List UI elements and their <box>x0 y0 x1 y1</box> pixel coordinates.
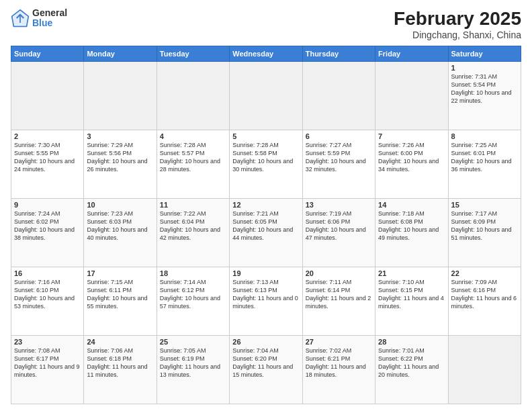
calendar-cell: 15Sunrise: 7:17 AM Sunset: 6:09 PM Dayli… <box>448 199 521 267</box>
day-info: Sunrise: 7:25 AM Sunset: 6:01 PM Dayligh… <box>451 141 518 174</box>
calendar-cell: 19Sunrise: 7:13 AM Sunset: 6:13 PM Dayli… <box>230 267 302 336</box>
calendar-cell: 13Sunrise: 7:19 AM Sunset: 6:06 PM Dayli… <box>302 199 375 267</box>
calendar-body: 1Sunrise: 7:31 AM Sunset: 5:54 PM Daylig… <box>11 62 521 404</box>
day-number: 14 <box>378 201 445 209</box>
day-info: Sunrise: 7:19 AM Sunset: 6:06 PM Dayligh… <box>306 210 372 242</box>
day-number: 12 <box>232 201 299 209</box>
day-number: 11 <box>160 201 226 209</box>
weekday-header-tuesday: Tuesday <box>157 46 229 62</box>
day-info: Sunrise: 7:13 AM Sunset: 6:13 PM Dayligh… <box>232 278 299 311</box>
day-number: 4 <box>160 132 226 140</box>
day-info: Sunrise: 7:05 AM Sunset: 6:19 PM Dayligh… <box>160 347 226 379</box>
calendar-cell: 22Sunrise: 7:09 AM Sunset: 6:16 PM Dayli… <box>448 267 521 336</box>
day-info: Sunrise: 7:29 AM Sunset: 5:56 PM Dayligh… <box>87 141 153 174</box>
week-row-4: 16Sunrise: 7:16 AM Sunset: 6:10 PM Dayli… <box>11 267 521 336</box>
day-info: Sunrise: 7:30 AM Sunset: 5:55 PM Dayligh… <box>14 141 81 174</box>
day-number: 15 <box>451 201 518 209</box>
weekday-header-friday: Friday <box>375 46 448 62</box>
day-number: 27 <box>306 338 372 346</box>
calendar-cell: 24Sunrise: 7:06 AM Sunset: 6:18 PM Dayli… <box>84 336 157 404</box>
day-info: Sunrise: 7:18 AM Sunset: 6:08 PM Dayligh… <box>378 210 445 242</box>
day-info: Sunrise: 7:10 AM Sunset: 6:15 PM Dayligh… <box>378 278 445 311</box>
calendar-cell: 8Sunrise: 7:25 AM Sunset: 6:01 PM Daylig… <box>448 130 521 199</box>
weekday-row: SundayMondayTuesdayWednesdayThursdayFrid… <box>11 46 521 62</box>
day-number: 20 <box>306 269 372 277</box>
calendar-cell: 10Sunrise: 7:23 AM Sunset: 6:03 PM Dayli… <box>84 199 157 267</box>
subtitle: Dingchang, Shanxi, China <box>394 30 521 40</box>
calendar: SundayMondayTuesdayWednesdayThursdayFrid… <box>11 46 521 404</box>
day-info: Sunrise: 7:26 AM Sunset: 6:00 PM Dayligh… <box>378 141 445 174</box>
calendar-cell: 2Sunrise: 7:30 AM Sunset: 5:55 PM Daylig… <box>11 130 84 199</box>
day-info: Sunrise: 7:28 AM Sunset: 5:57 PM Dayligh… <box>160 141 226 174</box>
day-number: 17 <box>87 269 153 277</box>
day-info: Sunrise: 7:11 AM Sunset: 6:14 PM Dayligh… <box>306 278 372 311</box>
calendar-cell: 1Sunrise: 7:31 AM Sunset: 5:54 PM Daylig… <box>448 62 521 130</box>
logo-blue-text: Blue <box>32 18 67 28</box>
logo-icon <box>11 9 30 28</box>
day-number: 21 <box>378 269 445 277</box>
calendar-header: SundayMondayTuesdayWednesdayThursdayFrid… <box>11 46 521 62</box>
weekday-header-wednesday: Wednesday <box>230 46 302 62</box>
calendar-cell: 11Sunrise: 7:22 AM Sunset: 6:04 PM Dayli… <box>157 199 229 267</box>
calendar-cell: 20Sunrise: 7:11 AM Sunset: 6:14 PM Dayli… <box>302 267 375 336</box>
day-number: 19 <box>232 269 299 277</box>
day-number: 16 <box>14 269 81 277</box>
day-info: Sunrise: 7:27 AM Sunset: 5:59 PM Dayligh… <box>306 141 372 174</box>
day-number: 10 <box>87 201 153 209</box>
day-number: 6 <box>306 132 372 140</box>
day-number: 8 <box>451 132 518 140</box>
logo-general-text: General <box>32 8 67 18</box>
calendar-cell: 16Sunrise: 7:16 AM Sunset: 6:10 PM Dayli… <box>11 267 84 336</box>
calendar-cell: 9Sunrise: 7:24 AM Sunset: 6:02 PM Daylig… <box>11 199 84 267</box>
calendar-cell: 4Sunrise: 7:28 AM Sunset: 5:57 PM Daylig… <box>157 130 229 199</box>
day-info: Sunrise: 7:06 AM Sunset: 6:18 PM Dayligh… <box>87 347 153 379</box>
day-info: Sunrise: 7:01 AM Sunset: 6:22 PM Dayligh… <box>378 347 445 379</box>
week-row-1: 1Sunrise: 7:31 AM Sunset: 5:54 PM Daylig… <box>11 62 521 130</box>
week-row-2: 2Sunrise: 7:30 AM Sunset: 5:55 PM Daylig… <box>11 130 521 199</box>
day-info: Sunrise: 7:04 AM Sunset: 6:20 PM Dayligh… <box>232 347 299 379</box>
day-info: Sunrise: 7:22 AM Sunset: 6:04 PM Dayligh… <box>160 210 226 242</box>
day-number: 9 <box>14 201 81 209</box>
day-number: 26 <box>232 338 299 346</box>
main-title: February 2025 <box>394 8 521 30</box>
day-number: 22 <box>451 269 518 277</box>
calendar-cell: 12Sunrise: 7:21 AM Sunset: 6:05 PM Dayli… <box>230 199 302 267</box>
day-info: Sunrise: 7:21 AM Sunset: 6:05 PM Dayligh… <box>232 210 299 242</box>
calendar-cell: 3Sunrise: 7:29 AM Sunset: 5:56 PM Daylig… <box>84 130 157 199</box>
day-number: 28 <box>378 338 445 346</box>
title-block: February 2025 Dingchang, Shanxi, China <box>394 8 521 40</box>
calendar-cell: 28Sunrise: 7:01 AM Sunset: 6:22 PM Dayli… <box>375 336 448 404</box>
weekday-header-sunday: Sunday <box>11 46 84 62</box>
calendar-cell <box>375 62 448 130</box>
calendar-cell: 7Sunrise: 7:26 AM Sunset: 6:00 PM Daylig… <box>375 130 448 199</box>
calendar-cell <box>84 62 157 130</box>
calendar-cell: 14Sunrise: 7:18 AM Sunset: 6:08 PM Dayli… <box>375 199 448 267</box>
calendar-cell: 18Sunrise: 7:14 AM Sunset: 6:12 PM Dayli… <box>157 267 229 336</box>
day-number: 23 <box>14 338 81 346</box>
calendar-cell: 5Sunrise: 7:28 AM Sunset: 5:58 PM Daylig… <box>230 130 302 199</box>
day-info: Sunrise: 7:16 AM Sunset: 6:10 PM Dayligh… <box>14 278 81 311</box>
calendar-cell <box>448 336 521 404</box>
day-number: 24 <box>87 338 153 346</box>
weekday-header-saturday: Saturday <box>448 46 521 62</box>
day-number: 1 <box>451 64 518 72</box>
week-row-3: 9Sunrise: 7:24 AM Sunset: 6:02 PM Daylig… <box>11 199 521 267</box>
header: General Blue February 2025 Dingchang, Sh… <box>11 8 521 40</box>
day-info: Sunrise: 7:15 AM Sunset: 6:11 PM Dayligh… <box>87 278 153 311</box>
day-info: Sunrise: 7:28 AM Sunset: 5:58 PM Dayligh… <box>232 141 299 174</box>
day-info: Sunrise: 7:24 AM Sunset: 6:02 PM Dayligh… <box>14 210 81 242</box>
calendar-cell <box>11 62 84 130</box>
calendar-cell: 23Sunrise: 7:08 AM Sunset: 6:17 PM Dayli… <box>11 336 84 404</box>
day-number: 13 <box>306 201 372 209</box>
calendar-cell <box>302 62 375 130</box>
weekday-header-thursday: Thursday <box>302 46 375 62</box>
day-info: Sunrise: 7:31 AM Sunset: 5:54 PM Dayligh… <box>451 73 518 105</box>
calendar-cell <box>157 62 229 130</box>
logo: General Blue <box>11 8 67 29</box>
day-number: 3 <box>87 132 153 140</box>
day-info: Sunrise: 7:23 AM Sunset: 6:03 PM Dayligh… <box>87 210 153 242</box>
day-info: Sunrise: 7:14 AM Sunset: 6:12 PM Dayligh… <box>160 278 226 311</box>
week-row-5: 23Sunrise: 7:08 AM Sunset: 6:17 PM Dayli… <box>11 336 521 404</box>
day-number: 7 <box>378 132 445 140</box>
day-info: Sunrise: 7:08 AM Sunset: 6:17 PM Dayligh… <box>14 347 81 379</box>
